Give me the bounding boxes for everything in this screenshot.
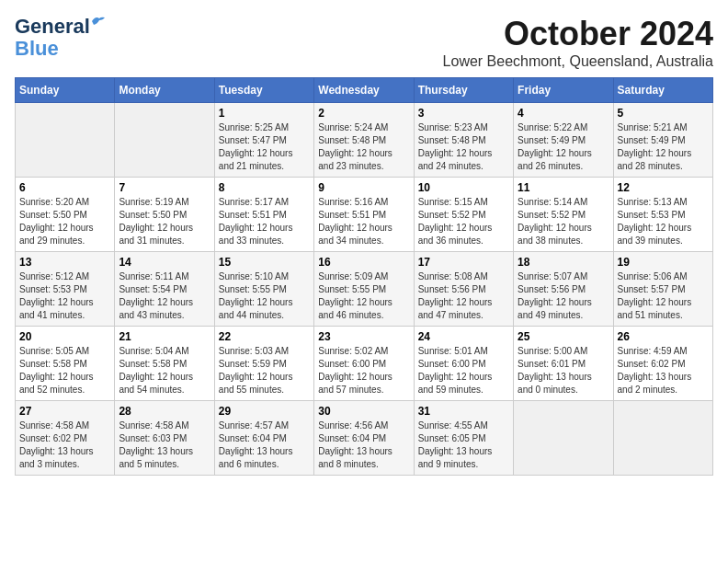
calendar-cell: 21Sunrise: 5:04 AMSunset: 5:58 PMDayligh… bbox=[115, 327, 214, 401]
day-info: Sunrise: 5:20 AMSunset: 5:50 PMDaylight:… bbox=[19, 196, 110, 247]
day-info: Sunrise: 5:06 AMSunset: 5:57 PMDaylight:… bbox=[618, 270, 709, 322]
day-info: Sunrise: 5:19 AMSunset: 5:50 PMDaylight:… bbox=[119, 196, 210, 247]
calendar-cell bbox=[613, 401, 712, 476]
calendar-cell: 5Sunrise: 5:21 AMSunset: 5:49 PMDaylight… bbox=[613, 103, 712, 178]
day-number: 14 bbox=[119, 256, 210, 269]
calendar-cell: 28Sunrise: 4:58 AMSunset: 6:03 PMDayligh… bbox=[115, 401, 214, 476]
calendar-cell: 12Sunrise: 5:13 AMSunset: 5:53 PMDayligh… bbox=[613, 178, 712, 252]
calendar-week-row: 20Sunrise: 5:05 AMSunset: 5:58 PMDayligh… bbox=[16, 327, 713, 401]
day-info: Sunrise: 4:58 AMSunset: 6:03 PMDaylight:… bbox=[119, 419, 210, 471]
day-info: Sunrise: 5:21 AMSunset: 5:49 PMDaylight:… bbox=[618, 121, 709, 173]
month-title: October 2024 bbox=[443, 15, 713, 53]
calendar-cell: 20Sunrise: 5:05 AMSunset: 5:58 PMDayligh… bbox=[16, 327, 115, 401]
day-info: Sunrise: 5:15 AMSunset: 5:52 PMDaylight:… bbox=[418, 196, 509, 247]
day-number: 13 bbox=[19, 256, 110, 269]
logo-bird-icon bbox=[90, 13, 107, 29]
calendar-cell: 16Sunrise: 5:09 AMSunset: 5:55 PMDayligh… bbox=[314, 252, 414, 327]
calendar-cell: 31Sunrise: 4:55 AMSunset: 6:05 PMDayligh… bbox=[414, 401, 513, 476]
day-number: 25 bbox=[518, 330, 609, 343]
weekday-header-friday: Friday bbox=[514, 78, 613, 103]
day-info: Sunrise: 5:11 AMSunset: 5:54 PMDaylight:… bbox=[119, 270, 210, 322]
day-info: Sunrise: 4:57 AMSunset: 6:04 PMDaylight:… bbox=[219, 419, 310, 471]
calendar-cell: 3Sunrise: 5:23 AMSunset: 5:48 PMDaylight… bbox=[414, 103, 513, 178]
calendar-cell: 11Sunrise: 5:14 AMSunset: 5:52 PMDayligh… bbox=[514, 178, 613, 252]
calendar-cell bbox=[16, 103, 115, 178]
day-info: Sunrise: 5:08 AMSunset: 5:56 PMDaylight:… bbox=[418, 270, 509, 322]
day-number: 8 bbox=[219, 181, 310, 194]
calendar-table: SundayMondayTuesdayWednesdayThursdayFrid… bbox=[15, 77, 713, 476]
day-number: 15 bbox=[219, 256, 310, 269]
day-info: Sunrise: 5:00 AMSunset: 6:01 PMDaylight:… bbox=[518, 345, 609, 396]
day-number: 5 bbox=[618, 107, 709, 120]
weekday-header-wednesday: Wednesday bbox=[314, 78, 414, 103]
calendar-cell: 30Sunrise: 4:56 AMSunset: 6:04 PMDayligh… bbox=[314, 401, 414, 476]
day-number: 29 bbox=[219, 405, 310, 418]
day-info: Sunrise: 5:25 AMSunset: 5:47 PMDaylight:… bbox=[219, 121, 310, 173]
day-info: Sunrise: 5:05 AMSunset: 5:58 PMDaylight:… bbox=[19, 345, 110, 396]
day-number: 4 bbox=[518, 107, 609, 120]
logo-blue: Blue bbox=[15, 37, 59, 61]
day-number: 9 bbox=[318, 181, 409, 194]
day-number: 10 bbox=[418, 181, 509, 194]
day-info: Sunrise: 5:04 AMSunset: 5:58 PMDaylight:… bbox=[119, 345, 210, 396]
logo-general: General bbox=[15, 15, 90, 38]
calendar-cell: 4Sunrise: 5:22 AMSunset: 5:49 PMDaylight… bbox=[514, 103, 613, 178]
calendar-cell: 10Sunrise: 5:15 AMSunset: 5:52 PMDayligh… bbox=[414, 178, 513, 252]
calendar-cell: 15Sunrise: 5:10 AMSunset: 5:55 PMDayligh… bbox=[214, 252, 313, 327]
weekday-header-saturday: Saturday bbox=[613, 78, 712, 103]
calendar-cell: 23Sunrise: 5:02 AMSunset: 6:00 PMDayligh… bbox=[314, 327, 414, 401]
day-number: 2 bbox=[318, 107, 409, 120]
day-number: 30 bbox=[318, 405, 409, 418]
day-info: Sunrise: 4:59 AMSunset: 6:02 PMDaylight:… bbox=[618, 345, 709, 396]
day-number: 24 bbox=[418, 330, 509, 343]
day-info: Sunrise: 5:13 AMSunset: 5:53 PMDaylight:… bbox=[618, 196, 709, 247]
day-number: 11 bbox=[518, 181, 609, 194]
day-number: 19 bbox=[618, 256, 709, 269]
calendar-week-row: 6Sunrise: 5:20 AMSunset: 5:50 PMDaylight… bbox=[16, 178, 713, 252]
day-info: Sunrise: 4:58 AMSunset: 6:02 PMDaylight:… bbox=[19, 419, 110, 471]
calendar-cell: 6Sunrise: 5:20 AMSunset: 5:50 PMDaylight… bbox=[16, 178, 115, 252]
day-number: 6 bbox=[19, 181, 110, 194]
calendar-cell: 29Sunrise: 4:57 AMSunset: 6:04 PMDayligh… bbox=[214, 401, 313, 476]
location-title: Lower Beechmont, Queensland, Australia bbox=[443, 53, 713, 70]
day-number: 27 bbox=[19, 405, 110, 418]
day-number: 16 bbox=[318, 256, 409, 269]
calendar-cell: 1Sunrise: 5:25 AMSunset: 5:47 PMDaylight… bbox=[214, 103, 313, 178]
weekday-header-monday: Monday bbox=[115, 78, 214, 103]
day-number: 17 bbox=[418, 256, 509, 269]
day-info: Sunrise: 5:16 AMSunset: 5:51 PMDaylight:… bbox=[318, 196, 409, 247]
calendar-cell: 27Sunrise: 4:58 AMSunset: 6:02 PMDayligh… bbox=[16, 401, 115, 476]
weekday-header-sunday: Sunday bbox=[16, 78, 115, 103]
day-number: 12 bbox=[618, 181, 709, 194]
calendar-cell: 18Sunrise: 5:07 AMSunset: 5:56 PMDayligh… bbox=[514, 252, 613, 327]
calendar-cell bbox=[514, 401, 613, 476]
day-number: 28 bbox=[119, 405, 210, 418]
calendar-cell bbox=[115, 103, 214, 178]
day-info: Sunrise: 5:01 AMSunset: 6:00 PMDaylight:… bbox=[418, 345, 509, 396]
day-info: Sunrise: 5:14 AMSunset: 5:52 PMDaylight:… bbox=[518, 196, 609, 247]
day-info: Sunrise: 5:23 AMSunset: 5:48 PMDaylight:… bbox=[418, 121, 509, 173]
calendar-cell: 25Sunrise: 5:00 AMSunset: 6:01 PMDayligh… bbox=[514, 327, 613, 401]
calendar-cell: 14Sunrise: 5:11 AMSunset: 5:54 PMDayligh… bbox=[115, 252, 214, 327]
day-number: 21 bbox=[119, 330, 210, 343]
calendar-week-row: 27Sunrise: 4:58 AMSunset: 6:02 PMDayligh… bbox=[16, 401, 713, 476]
logo: General Blue bbox=[15, 15, 90, 61]
day-number: 23 bbox=[318, 330, 409, 343]
day-info: Sunrise: 5:07 AMSunset: 5:56 PMDaylight:… bbox=[518, 270, 609, 322]
calendar-cell: 17Sunrise: 5:08 AMSunset: 5:56 PMDayligh… bbox=[414, 252, 513, 327]
day-number: 26 bbox=[618, 330, 709, 343]
calendar-cell: 26Sunrise: 4:59 AMSunset: 6:02 PMDayligh… bbox=[613, 327, 712, 401]
calendar-week-row: 13Sunrise: 5:12 AMSunset: 5:53 PMDayligh… bbox=[16, 252, 713, 327]
day-number: 31 bbox=[418, 405, 509, 418]
day-info: Sunrise: 5:24 AMSunset: 5:48 PMDaylight:… bbox=[318, 121, 409, 173]
weekday-header-tuesday: Tuesday bbox=[214, 78, 313, 103]
calendar-cell: 7Sunrise: 5:19 AMSunset: 5:50 PMDaylight… bbox=[115, 178, 214, 252]
weekday-header-row: SundayMondayTuesdayWednesdayThursdayFrid… bbox=[16, 78, 713, 103]
calendar-cell: 9Sunrise: 5:16 AMSunset: 5:51 PMDaylight… bbox=[314, 178, 414, 252]
calendar-cell: 13Sunrise: 5:12 AMSunset: 5:53 PMDayligh… bbox=[16, 252, 115, 327]
calendar-week-row: 1Sunrise: 5:25 AMSunset: 5:47 PMDaylight… bbox=[16, 103, 713, 178]
day-number: 7 bbox=[119, 181, 210, 194]
day-info: Sunrise: 5:03 AMSunset: 5:59 PMDaylight:… bbox=[219, 345, 310, 396]
calendar-cell: 22Sunrise: 5:03 AMSunset: 5:59 PMDayligh… bbox=[214, 327, 313, 401]
day-number: 3 bbox=[418, 107, 509, 120]
